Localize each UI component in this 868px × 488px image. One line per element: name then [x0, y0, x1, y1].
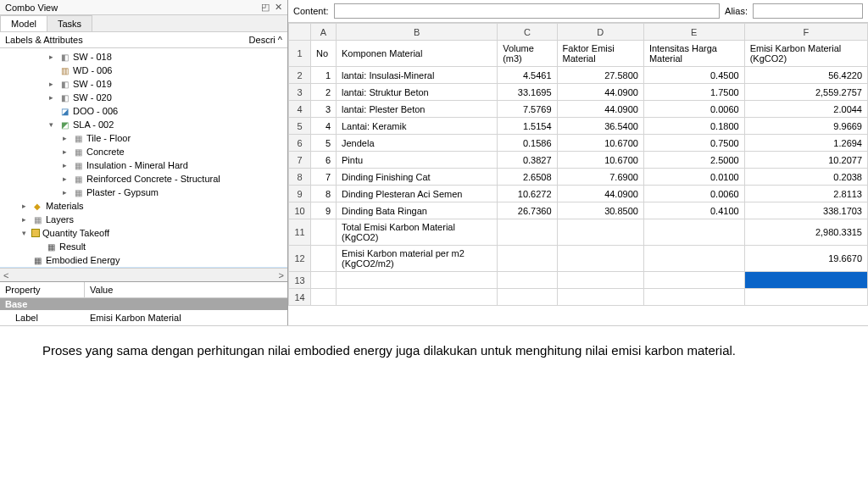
cell[interactable]: [311, 246, 337, 272]
cell[interactable]: Dinding Bata Ringan: [337, 202, 498, 219]
header-cell[interactable]: Faktor Emisi Material: [557, 41, 643, 67]
cell[interactable]: 0.4500: [643, 67, 744, 84]
cell[interactable]: 0.0060: [643, 101, 744, 118]
cell[interactable]: 44.0900: [557, 186, 643, 202]
cell[interactable]: 33.1695: [498, 84, 557, 101]
row-header[interactable]: 7: [289, 152, 311, 169]
expander-icon[interactable]: ▸: [59, 147, 70, 156]
cell[interactable]: 0.7500: [643, 135, 744, 152]
cell[interactable]: lantai: Struktur Beton: [337, 84, 498, 101]
col-header-B[interactable]: B: [337, 24, 498, 41]
row-header[interactable]: 10: [289, 202, 311, 219]
cell[interactable]: Pintu: [337, 152, 498, 169]
spreadsheet-grid[interactable]: ABCDEF1NoKomponen MaterialVolume (m3)Fak…: [288, 23, 868, 325]
tree-item[interactable]: ▸▦Insulation - Mineral Hard: [0, 158, 287, 172]
cell[interactable]: 1: [311, 67, 337, 84]
tree-item[interactable]: ▾◩SLA - 002: [0, 118, 287, 131]
cell[interactable]: lantai: Insulasi-Mineral: [337, 67, 498, 84]
cell[interactable]: 0.1586: [498, 135, 557, 152]
cell[interactable]: [311, 219, 337, 246]
row-header[interactable]: 13: [289, 272, 311, 289]
col-header-E[interactable]: E: [643, 24, 744, 41]
header-cell[interactable]: Intensitas Harga Material: [643, 41, 744, 67]
cell[interactable]: 8: [311, 186, 337, 202]
cell[interactable]: 27.5800: [557, 67, 643, 84]
header-cell[interactable]: Emisi Karbon Material (KgCO2): [744, 41, 867, 67]
col-header-C[interactable]: C: [498, 24, 557, 41]
tree-item[interactable]: ▸▦Reinforced Concrete - Structural: [0, 172, 287, 186]
cell[interactable]: [744, 289, 867, 306]
cell[interactable]: [643, 246, 744, 272]
cell[interactable]: 0.4100: [643, 202, 744, 219]
cell[interactable]: 44.0900: [557, 84, 643, 101]
cell[interactable]: 1.2694: [744, 135, 867, 152]
col-header-A[interactable]: A: [311, 24, 337, 41]
cell[interactable]: [311, 272, 337, 289]
cell[interactable]: 1.5154: [498, 118, 557, 135]
undock-icon[interactable]: ◰: [261, 2, 270, 13]
model-tree[interactable]: ▸◧SW - 018▥WD - 006▸◧SW - 019▸◧SW - 020◪…: [0, 48, 287, 268]
cell[interactable]: 4.5461: [498, 67, 557, 84]
cell[interactable]: 9.9669: [744, 118, 867, 135]
row-header[interactable]: 4: [289, 101, 311, 118]
cell[interactable]: [557, 272, 643, 289]
expander-icon[interactable]: ▸: [46, 93, 56, 102]
tree-item[interactable]: ◪DOO - 006: [0, 104, 287, 118]
cell[interactable]: Total Emisi Karbon Material (KgCO2): [337, 219, 498, 246]
cell[interactable]: 10.6700: [557, 152, 643, 169]
row-header[interactable]: 14: [289, 289, 311, 306]
cell[interactable]: 1.7500: [643, 84, 744, 101]
row-header[interactable]: 3: [289, 84, 311, 101]
cell[interactable]: 44.0900: [557, 101, 643, 118]
cell[interactable]: 7.5769: [498, 101, 557, 118]
cell[interactable]: 2.6508: [498, 169, 557, 186]
row-header[interactable]: 5: [289, 118, 311, 135]
tree-item[interactable]: ▸▦Layers: [0, 213, 287, 226]
cell[interactable]: [498, 289, 557, 306]
expander-icon[interactable]: ▸: [46, 80, 56, 88]
cell[interactable]: 6: [311, 152, 337, 169]
cell[interactable]: 2.8113: [744, 186, 867, 202]
tree-item[interactable]: ▸▦Tile - Floor: [0, 131, 287, 145]
cell[interactable]: 0.0060: [643, 186, 744, 202]
cell[interactable]: 7.6900: [557, 169, 643, 186]
expander-icon[interactable]: ▸: [46, 53, 56, 61]
row-header[interactable]: 1: [289, 41, 311, 67]
col-header-F[interactable]: F: [744, 24, 867, 41]
tree-item[interactable]: ▾Quantity Takeoff: [0, 226, 287, 240]
content-input[interactable]: [334, 3, 721, 19]
cell[interactable]: 26.7360: [498, 202, 557, 219]
cell[interactable]: 30.8500: [557, 202, 643, 219]
tree-item[interactable]: ▥WD - 006: [0, 64, 287, 77]
h-scrollbar[interactable]: <>: [0, 268, 287, 281]
row-header[interactable]: 6: [289, 135, 311, 152]
header-cell[interactable]: Volume (m3): [498, 41, 557, 67]
tree-item[interactable]: ▸▦Plaster - Gypsum: [0, 186, 287, 199]
cell[interactable]: [311, 289, 337, 306]
cell[interactable]: Lantai: Keramik: [337, 118, 498, 135]
cell[interactable]: 4: [311, 118, 337, 135]
cell[interactable]: 7: [311, 169, 337, 186]
expander-icon[interactable]: ▸: [59, 175, 70, 183]
expander-icon[interactable]: ▸: [19, 202, 29, 210]
tree-item[interactable]: ▦Embodied Energy: [0, 253, 287, 267]
tree-item[interactable]: ▸▦Concrete: [0, 145, 287, 158]
prop-row-label[interactable]: Label Emisi Karbon Material: [0, 310, 287, 325]
cell[interactable]: 36.5400: [557, 118, 643, 135]
row-header[interactable]: 12: [289, 246, 311, 272]
cell[interactable]: 0.0100: [643, 169, 744, 186]
tree-item[interactable]: ▸◧SW - 019: [0, 77, 287, 91]
tree-item[interactable]: ▸◆Materials: [0, 199, 287, 213]
cell[interactable]: Emisi Karbon material per m2 (KgCO2/m2): [337, 246, 498, 272]
alias-input[interactable]: [753, 3, 863, 19]
cell[interactable]: 0.3827: [498, 152, 557, 169]
cell[interactable]: 2.0044: [744, 101, 867, 118]
cell[interactable]: Dinding Finishing Cat: [337, 169, 498, 186]
tree-item[interactable]: ▸◧SW - 020: [0, 91, 287, 104]
expander-icon[interactable]: ▸: [19, 215, 29, 224]
cell[interactable]: 3: [311, 101, 337, 118]
row-header[interactable]: 11: [289, 219, 311, 246]
cell[interactable]: 338.1703: [744, 202, 867, 219]
expander-icon[interactable]: ▾: [46, 120, 56, 129]
cell[interactable]: [337, 289, 498, 306]
